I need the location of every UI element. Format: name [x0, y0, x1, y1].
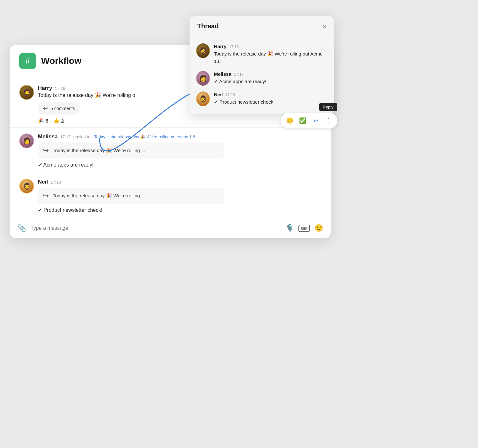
thread-message-neil: 🧔‍♂️ Neil 17:18 ✔ Product newsletter che…: [190, 89, 334, 109]
sender-melissa: Melissa: [38, 134, 58, 140]
message-group-neil: 🧔‍♂️ Neil 17:18 ↩ Today is the release d…: [10, 173, 331, 218]
avatar-melissa: 👩: [19, 134, 34, 148]
thread-time-harry: 17:16: [229, 45, 239, 49]
thread-message-melissa: 👩 Melissa 17:17 ✔ Acme apps are ready!: [190, 68, 334, 89]
thread-panel: Thread × 🧔 Harry 17:16 Today is the rele…: [190, 16, 334, 114]
thread-msg-text-melissa: ✔ Acme apps are ready!: [214, 78, 328, 85]
emoji-reaction-button[interactable]: 😊: [284, 115, 296, 126]
reaction-party: 🎉 5: [38, 118, 48, 124]
thread-title: Thread: [197, 22, 219, 30]
thread-message-harry: 🧔 Harry 17:16 Today is the release day 🎉…: [190, 40, 334, 68]
message-text-neil: ✔ Product newsletter check!: [38, 206, 321, 214]
comments-button[interactable]: ↩ 5 comments: [38, 102, 80, 115]
thread-sender-harry: Harry: [214, 44, 226, 49]
more-options-button[interactable]: ⋮: [323, 115, 334, 126]
thread-messages: 🧔 Harry 17:16 Today is the release day 🎉…: [190, 35, 334, 114]
thread-header: Thread ×: [190, 16, 334, 35]
reply-arrow-icon: ↩: [43, 105, 48, 112]
reaction-thumbs: 👍 2: [53, 118, 64, 124]
thread-avatar-neil: 🧔‍♂️: [196, 92, 210, 106]
quoted-message-neil: ↩ Today is the release day 🎉 We're rolli…: [38, 188, 224, 204]
party-emoji: 🎉: [38, 118, 44, 124]
avatar-neil: 🧔‍♂️: [19, 179, 34, 194]
message-input[interactable]: [31, 225, 281, 231]
quoted-arrow-icon: ↩: [43, 146, 49, 155]
message-text-melissa: ✔ Acme apps are ready!: [38, 161, 321, 169]
thumbs-count: 2: [61, 118, 64, 124]
reply-button[interactable]: ↩: [310, 115, 321, 126]
reactions-harry: 🎉 5 👍 2: [38, 118, 321, 124]
close-icon[interactable]: ×: [323, 23, 326, 30]
microphone-icon[interactable]: 🎙️: [285, 224, 294, 232]
thread-msg-header-melissa: Melissa 17:17: [214, 71, 328, 77]
attach-icon[interactable]: 📎: [17, 224, 26, 232]
timestamp-harry: 17:16: [55, 86, 65, 91]
thread-time-melissa: 17:17: [234, 72, 243, 77]
message-meta-melissa: Melissa 17:17 replied to: Today is the r…: [38, 134, 321, 140]
thread-time-neil: 17:18: [226, 93, 235, 97]
thread-sender-neil: Neil: [214, 92, 223, 97]
comments-count: 5 comments: [50, 106, 75, 111]
avatar-harry: 🧔: [19, 85, 34, 100]
channel-icon: #: [19, 53, 36, 69]
reply-tooltip: Reply: [319, 103, 337, 111]
checkmark-button[interactable]: ✅: [297, 115, 308, 126]
thread-avatar-harry: 🧔: [196, 44, 210, 58]
thread-msg-text-harry: Today is the release day 🎉 We're rolling…: [214, 50, 328, 65]
reply-toolbar: 😊 ✅ ↩ ⋮: [281, 113, 337, 128]
sender-neil: Neil: [38, 179, 48, 185]
quoted-text-neil: Today is the release day 🎉 We're rolling…: [53, 193, 145, 199]
quoted-message-melissa: ↩ Today is the release day 🎉 We're rolli…: [38, 142, 224, 159]
chat-input-area: 📎 🎙️ GIF 🙂: [10, 218, 331, 238]
thread-msg-content-harry: Harry 17:16 Today is the release day 🎉 W…: [214, 44, 328, 65]
reply-to-label: replied to:: [73, 134, 92, 139]
thread-msg-content-melissa: Melissa 17:17 ✔ Acme apps are ready!: [214, 71, 328, 85]
timestamp-melissa: 17:17: [60, 134, 71, 139]
thumbs-emoji: 👍: [53, 118, 59, 124]
message-meta-neil: Neil 17:18: [38, 179, 321, 185]
thread-avatar-melissa: 👩: [196, 71, 210, 85]
quoted-text-melissa: Today is the release day 🎉 We're rolling…: [53, 148, 145, 153]
reply-to-link[interactable]: Today is the release day 🎉 We're rolling…: [94, 134, 195, 139]
reply-toolbar-container: Reply 😊 ✅ ↩ ⋮: [281, 103, 337, 128]
emoji-icon[interactable]: 🙂: [314, 224, 323, 232]
timestamp-neil: 17:18: [50, 180, 61, 185]
quoted-arrow-icon-neil: ↩: [43, 192, 49, 200]
message-group-melissa: 👩 Melissa 17:17 replied to: Today is the…: [10, 128, 331, 173]
party-count: 5: [46, 118, 48, 124]
sender-harry: Harry: [38, 85, 52, 91]
thread-sender-melissa: Melissa: [214, 71, 231, 77]
gif-button[interactable]: GIF: [298, 225, 310, 232]
channel-title: Workflow: [41, 56, 81, 66]
thread-msg-header-harry: Harry 17:16: [214, 44, 328, 49]
thread-msg-header-neil: Neil 17:18: [214, 92, 328, 97]
